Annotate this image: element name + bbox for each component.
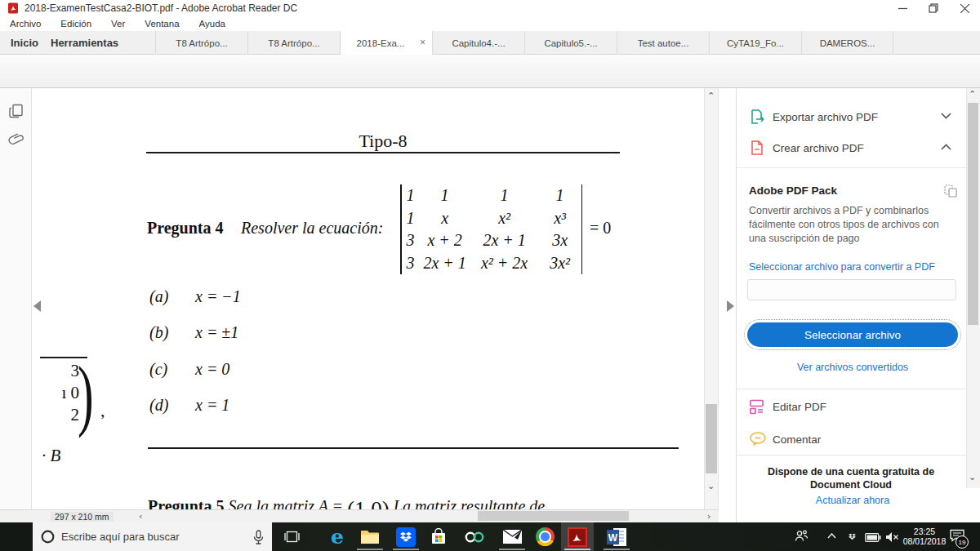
menu-ventana[interactable]: Ventana [135, 19, 189, 29]
create-pdf-icon [749, 140, 765, 156]
file-input-field[interactable] [747, 279, 956, 300]
clipped-matrix-entry: 3 [47, 361, 79, 381]
create-pdf-item[interactable]: Crear archivo PDF [773, 142, 864, 154]
menu-bar: Archivo Edición Ver Ventana Ayuda [0, 16, 980, 31]
menu-edicion[interactable]: Edición [51, 19, 101, 29]
doc-tab-7[interactable]: DAMEROS... [801, 31, 893, 55]
next-view-arrow[interactable] [727, 300, 734, 312]
doc-tab-5[interactable]: Test autoe... [617, 31, 709, 55]
chrome-icon[interactable] [528, 522, 561, 551]
view-converted-link[interactable]: Ver archivos convertidos [747, 362, 958, 373]
svg-text:W: W [608, 532, 618, 544]
open-app-indicator [604, 549, 630, 550]
previous-view-arrow[interactable] [33, 300, 41, 312]
word-icon[interactable]: W [600, 522, 633, 551]
section-rule [148, 447, 679, 449]
scroll-down-icon[interactable]: ⌄ [707, 481, 715, 491]
clock-date[interactable]: 08/01/2018 [900, 536, 949, 546]
doc-tab-6[interactable]: CyTA19_Fo... [709, 31, 801, 55]
convert-file-link[interactable]: Seleccionar archivo para convertir a PDF [749, 261, 935, 273]
clock: 23:25 08/01/2018 [900, 527, 949, 546]
panel-divider [736, 88, 737, 522]
clock-time[interactable]: 23:25 [900, 527, 949, 536]
tab-herramientas[interactable]: Herramientas [51, 37, 118, 49]
microphone-icon[interactable] [253, 530, 264, 544]
restore-button[interactable] [918, 0, 949, 16]
chevron-down-icon[interactable] [941, 113, 951, 119]
open-app-indicator [393, 549, 419, 550]
export-pdf-item[interactable]: Exportar archivo PDF [773, 111, 878, 123]
open-app-indicator [357, 549, 383, 550]
left-panel-rail [0, 88, 32, 509]
clipped-b-term: · B [42, 446, 60, 466]
microsoft-store-icon[interactable] [422, 522, 455, 551]
open-app-indicator [499, 549, 525, 550]
determinant-matrix: 1111 1xx²x³ 3x + 22x + 13x 32x + 1x² + 2… [400, 184, 582, 274]
pdf-page[interactable]: Tipo-8 Pregunta 4 Resolver la ecuación: … [32, 88, 704, 509]
page-size-label: 297 x 210 mm [51, 512, 114, 522]
people-icon[interactable] [794, 529, 808, 544]
tray-dropbox-icon[interactable] [846, 531, 858, 543]
update-now-link[interactable]: Actualizar ahora [747, 495, 958, 506]
answer-option-a: (a)x = −1 [149, 287, 241, 306]
attachments-paperclip-icon[interactable] [8, 132, 24, 149]
active-app-indicator [564, 549, 590, 550]
panel-scrollbar-thumb[interactable] [968, 103, 978, 325]
edit-pdf-item[interactable]: Editar PDF [773, 401, 826, 413]
document-scrollbar-thumb[interactable] [706, 404, 717, 473]
panel-scroll-down-icon[interactable]: ⌄ [969, 472, 976, 482]
equation-equals: = 0 [590, 219, 611, 238]
clipped-matrix-comma: , [100, 400, 105, 421]
taskbar-search-input[interactable]: Escribe aquí para buscar [33, 522, 272, 551]
battery-icon[interactable] [865, 533, 881, 542]
toolbar: 25 / 30 200% ▾ [0, 55, 980, 88]
tray-chevron-up-icon[interactable] [827, 533, 836, 539]
pack-docs-icon [943, 184, 958, 198]
file-explorer-icon[interactable] [354, 522, 386, 551]
title-bar: 2018-ExamenTestCasa2-BIOT.pdf - Adobe Ac… [0, 0, 980, 16]
tab-close-icon[interactable]: × [420, 37, 425, 48]
scroll-right-icon[interactable]: › [707, 511, 710, 522]
matrix-right-bar [581, 184, 583, 274]
cortana-icon [41, 530, 55, 544]
dropbox-icon[interactable] [390, 522, 422, 551]
close-button[interactable] [949, 0, 980, 16]
scroll-left-icon[interactable]: ‹ [139, 511, 142, 522]
acrobat-taskbar-icon[interactable] [561, 522, 594, 551]
answer-option-b: (b)x = ±1 [149, 323, 238, 342]
chevron-up-icon[interactable] [941, 144, 951, 150]
volume-muted-icon[interactable] [885, 531, 899, 543]
search-placeholder: Escribe aquí para buscar [61, 531, 180, 543]
menu-ayuda[interactable]: Ayuda [189, 19, 235, 29]
heading-rule [146, 152, 620, 153]
panel-scroll-up-icon[interactable]: ⌃ [969, 89, 976, 100]
mail-icon[interactable] [496, 522, 528, 551]
edit-pdf-icon [749, 398, 765, 415]
edge-icon[interactable]: e [321, 522, 354, 551]
panel-divider-line [737, 455, 966, 455]
clipped-matrix-paren: ) [78, 353, 94, 435]
panel-divider-line [737, 389, 966, 389]
select-file-button[interactable]: Seleccionar archivo [747, 322, 958, 347]
scroll-up-icon[interactable]: ⌃ [707, 91, 715, 101]
section-heading: Tipo-8 [301, 131, 465, 152]
doc-tab-4[interactable]: Capitulo5.-... [524, 31, 617, 55]
doc-tab-1[interactable]: T8 Artrópo... [155, 31, 247, 55]
doc-tab-3[interactable]: Capitulo4.-... [432, 31, 524, 55]
acrobat-pdf-icon [7, 2, 19, 14]
infinity-app-icon[interactable] [458, 522, 491, 551]
horizontal-scrollbar-thumb[interactable] [478, 511, 629, 521]
doc-tab-2[interactable]: T8 Artrópo... [247, 31, 340, 55]
page-thumbnails-icon[interactable] [8, 103, 24, 119]
doc-tab-active[interactable]: 2018-Exa... × [340, 31, 432, 55]
tab-bar: Inicio Herramientas T8 Artrópo... T8 Art… [0, 31, 980, 55]
minimize-button[interactable] [887, 0, 918, 16]
menu-ver[interactable]: Ver [101, 19, 135, 29]
answer-option-d: (d)x = 1 [149, 396, 229, 415]
task-view-button[interactable] [275, 522, 308, 551]
comment-icon [749, 431, 767, 447]
tab-inicio[interactable]: Inicio [11, 37, 38, 49]
menu-archivo[interactable]: Archivo [0, 19, 51, 29]
clipped-matrix-entry: 2 [47, 405, 79, 425]
comment-item[interactable]: Comentar [773, 433, 821, 446]
